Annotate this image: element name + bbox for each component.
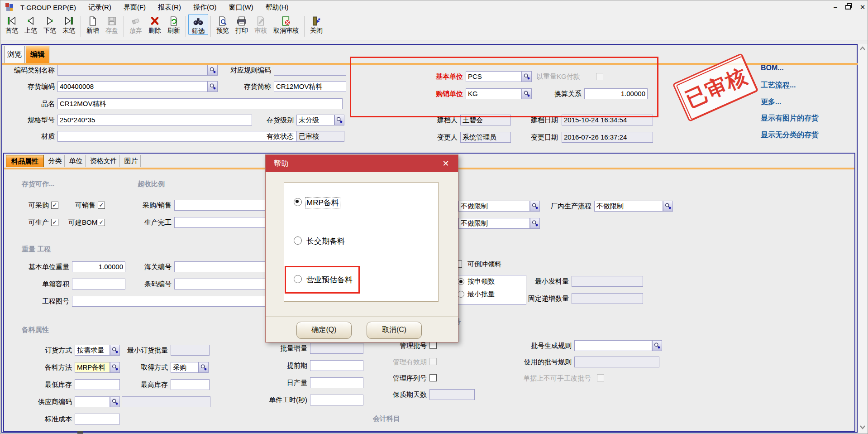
lookup-button[interactable] <box>208 65 218 76</box>
manage-batch-checkbox[interactable] <box>429 342 437 349</box>
unit-hours-field[interactable] <box>310 395 363 405</box>
factory-flow-field[interactable]: 不做限制 <box>594 201 663 212</box>
item-name-field[interactable]: CR12MOV精料 <box>57 98 343 109</box>
customs-code-field[interactable] <box>174 261 272 272</box>
toolbar-refresh-button[interactable]: 刷新 <box>164 14 183 34</box>
spec-field[interactable]: 250*240*35 <box>57 115 252 125</box>
manage-validity-checkbox[interactable] <box>429 358 437 365</box>
manage-serial-checkbox[interactable] <box>429 374 437 381</box>
batch-rule-field[interactable] <box>574 340 652 351</box>
order-mode-field[interactable]: 按需求量 <box>75 345 110 356</box>
lead-time-field[interactable] <box>310 360 363 371</box>
coding-category-field[interactable] <box>57 65 208 76</box>
tab-images[interactable]: 图片 <box>122 155 141 167</box>
barcode-field[interactable] <box>174 279 272 289</box>
toolbar-first-button[interactable]: 首笔 <box>2 14 21 34</box>
toolbar-print-button[interactable]: 打印 <box>232 14 251 34</box>
mrp-prep-radio[interactable] <box>294 198 302 206</box>
scroll-down-icon[interactable] <box>859 424 866 431</box>
menu-report[interactable]: 报表(R) <box>158 3 181 12</box>
toolbar-prev-button[interactable]: 上笔 <box>21 14 40 34</box>
menu-interface[interactable]: 界面(F) <box>124 3 146 12</box>
tab-classification[interactable]: 分类 <box>46 155 65 167</box>
menu-record[interactable]: 记录(R) <box>88 3 111 12</box>
tab-item-attributes[interactable]: 料品属性 <box>6 155 44 167</box>
link-show-items-with-images[interactable]: 显示有图片的存货 <box>761 114 819 123</box>
lookup-button[interactable] <box>334 115 344 125</box>
toolbar-next-button[interactable]: 下笔 <box>40 14 59 34</box>
toolbar-delete-button[interactable]: 删除 <box>145 14 164 34</box>
lookup-button[interactable] <box>110 345 120 356</box>
lookup-button[interactable] <box>663 201 673 212</box>
restriction-field-1[interactable]: 不做限制 <box>458 201 530 212</box>
restriction-field-2[interactable]: 不做限制 <box>458 218 530 229</box>
link-bom[interactable]: BOM... <box>761 64 784 72</box>
menu-window[interactable]: 窗口(W) <box>229 3 253 12</box>
menu-help[interactable]: 帮助(H) <box>266 3 289 12</box>
acquire-mode-field[interactable]: 采购 <box>171 362 199 373</box>
toolbar-save-button[interactable]: 存盘 <box>102 14 121 34</box>
item-level-field[interactable]: 未分级 <box>296 115 334 125</box>
toolbar-close-button[interactable]: 关闭 <box>307 14 326 34</box>
toolbar-filter-button[interactable]: 筛选 <box>188 14 208 35</box>
dialog-close-icon[interactable]: ✕ <box>439 155 453 172</box>
lookup-button[interactable] <box>199 362 209 373</box>
item-code-label: 存货编码 <box>5 81 55 92</box>
prep-method-field[interactable]: MRP备料 <box>75 362 110 373</box>
toolbar-audit-button[interactable]: 审核 <box>251 14 270 34</box>
lookup-button[interactable] <box>652 340 662 351</box>
mrp-prep-label[interactable]: MRP备料 <box>305 198 340 208</box>
lookup-button[interactable] <box>530 218 540 229</box>
producible-checkbox[interactable] <box>51 219 58 226</box>
tab-browse[interactable]: 浏览 <box>4 46 25 63</box>
production-ratio-field[interactable] <box>174 217 272 228</box>
toolbar-discard-button[interactable]: 放弃 <box>126 14 145 34</box>
sellable-checkbox[interactable] <box>98 202 105 209</box>
link-show-unclassified-items[interactable]: 显示无分类的存货 <box>761 130 819 140</box>
bom-allowed-checkbox[interactable] <box>98 219 105 226</box>
dialog-title[interactable]: 帮助 <box>266 155 458 172</box>
dialog-cancel-button[interactable]: 取消(C) <box>367 322 422 339</box>
daily-output-field[interactable] <box>310 377 363 388</box>
drawing-no-field[interactable] <box>72 296 272 307</box>
lookup-button[interactable] <box>110 362 120 373</box>
lookup-button[interactable] <box>110 396 120 407</box>
dialog-ok-button[interactable]: 确定(Q) <box>296 322 352 339</box>
link-process-flow[interactable]: 工艺流程... <box>761 81 796 90</box>
max-stock-field[interactable] <box>171 379 210 390</box>
issue-by-request-radio[interactable] <box>458 278 464 285</box>
purchase-sales-ratio-field[interactable] <box>174 200 272 211</box>
menu-operation[interactable]: 操作(O) <box>193 3 217 12</box>
tab-units[interactable]: 单位 <box>67 155 86 167</box>
minimize-button[interactable]: – <box>830 2 841 12</box>
long-leadtime-prep-radio[interactable] <box>294 236 302 245</box>
close-window-icon[interactable]: ✕ <box>857 2 868 12</box>
item-code-field[interactable]: 400400008 <box>57 81 208 92</box>
min-stock-field[interactable] <box>75 379 120 390</box>
purchasable-checkbox[interactable] <box>51 202 58 209</box>
min-batch-radio[interactable] <box>458 291 464 298</box>
no-manual-batch-checkbox[interactable] <box>597 374 604 381</box>
customs-code-label: 海关编号 <box>136 261 172 272</box>
tab-edit[interactable]: 编辑 <box>26 46 49 63</box>
link-more[interactable]: 更多... <box>761 97 781 107</box>
tab-qualification-files[interactable]: 资格文件 <box>87 155 120 167</box>
supplier-code-field[interactable] <box>75 396 110 407</box>
scroll-up-icon[interactable] <box>859 46 866 52</box>
toolbar-preview-button[interactable]: 预览 <box>213 14 232 34</box>
toolbar-add-button[interactable]: 新增 <box>83 14 102 34</box>
shelf-days-field[interactable] <box>429 389 475 400</box>
long-leadtime-prep-label[interactable]: 长交期备料 <box>306 236 345 246</box>
rule-code-field[interactable] <box>274 65 346 76</box>
lookup-button[interactable] <box>530 201 540 212</box>
lookup-button[interactable] <box>208 81 218 92</box>
restore-icon[interactable] <box>843 2 855 12</box>
unit-weight-field[interactable]: 1.00000 <box>72 261 125 272</box>
toolbar-cancel-audit-button[interactable]: 取消审核 <box>270 14 302 34</box>
toolbar-last-button[interactable]: 末笔 <box>59 14 78 34</box>
vertical-scrollbar[interactable] <box>858 44 868 433</box>
item-abbr-field[interactable]: CR12MOV精料 <box>274 81 346 92</box>
std-cost-field[interactable] <box>75 414 120 424</box>
box-volume-field[interactable] <box>72 279 125 289</box>
menu-tgroup-erp[interactable]: T-GROUP ERP(E) <box>20 4 76 11</box>
